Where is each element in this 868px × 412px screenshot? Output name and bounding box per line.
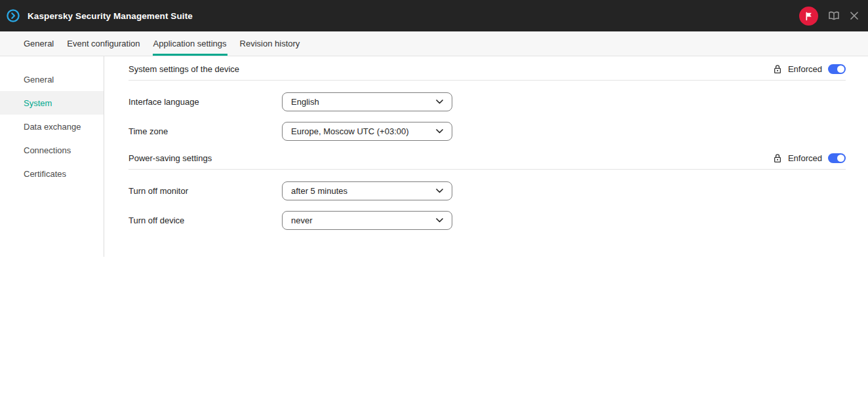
- toggle-knob: [837, 66, 844, 73]
- lock-icon: [773, 64, 782, 74]
- chevron-down-icon: [436, 129, 443, 134]
- chevron-down-icon: [436, 189, 443, 193]
- app-title: Kaspersky Security Management Suite: [28, 11, 193, 21]
- tab-general[interactable]: General: [23, 31, 54, 56]
- setting-row-interface-language: Interface language English: [128, 92, 846, 111]
- close-button[interactable]: [850, 11, 859, 20]
- chevron-down-icon: [436, 100, 443, 104]
- interface-language-dropdown[interactable]: English: [282, 92, 452, 111]
- enforced-label: Enforced: [788, 153, 822, 163]
- dropdown-value: Europe, Moscow UTC (+03:00): [291, 126, 409, 136]
- enforced-control: Enforced: [773, 64, 846, 74]
- sidebar-item-data-exchange[interactable]: Data exchange: [0, 115, 104, 138]
- tab-revision-history[interactable]: Revision history: [239, 31, 301, 56]
- lock-icon: [773, 153, 782, 163]
- setting-label: Interface language: [128, 97, 282, 107]
- enforced-label: Enforced: [788, 64, 822, 74]
- setting-row-turn-off-device: Turn off device never: [128, 211, 846, 230]
- settings-sidebar: General System Data exchange Connections…: [0, 56, 104, 257]
- dropdown-value: after 5 minutes: [291, 186, 347, 196]
- sidebar-item-general[interactable]: General: [0, 67, 104, 91]
- settings-content: System settings of the device Enforced I…: [104, 56, 868, 412]
- setting-label: Time zone: [128, 126, 282, 136]
- setting-row-turn-off-monitor: Turn off monitor after 5 minutes: [128, 181, 846, 200]
- setting-row-time-zone: Time zone Europe, Moscow UTC (+03:00): [128, 122, 846, 141]
- sidebar-item-connections[interactable]: Connections: [0, 138, 104, 162]
- dropdown-value: never: [291, 215, 313, 225]
- enforced-toggle-system[interactable]: [828, 64, 846, 74]
- titlebar: Kaspersky Security Management Suite: [0, 0, 868, 31]
- section-header-system-settings: System settings of the device Enforced: [128, 64, 846, 81]
- turn-off-device-dropdown[interactable]: never: [282, 211, 452, 230]
- turn-off-monitor-dropdown[interactable]: after 5 minutes: [282, 181, 452, 200]
- setting-label: Turn off monitor: [128, 186, 282, 196]
- toggle-knob: [837, 155, 844, 162]
- sidebar-item-system[interactable]: System: [0, 91, 104, 115]
- enforced-control: Enforced: [773, 153, 846, 163]
- section-title: Power-saving settings: [128, 153, 212, 163]
- tab-event-configuration[interactable]: Event configuration: [66, 31, 140, 56]
- chevron-down-icon: [436, 218, 443, 223]
- setting-label: Turn off device: [128, 215, 282, 225]
- tabbar: General Event configuration Application …: [0, 31, 868, 56]
- help-book-button[interactable]: [828, 10, 840, 21]
- page-body: General System Data exchange Connections…: [0, 56, 868, 412]
- time-zone-dropdown[interactable]: Europe, Moscow UTC (+03:00): [282, 122, 452, 141]
- close-icon: [850, 11, 859, 20]
- flag-icon: [804, 11, 814, 21]
- sidebar-item-certificates[interactable]: Certificates: [0, 162, 104, 185]
- tab-application-settings[interactable]: Application settings: [153, 31, 227, 56]
- section-title: System settings of the device: [128, 64, 239, 74]
- book-icon: [828, 10, 840, 21]
- kaspersky-logo-icon: [6, 9, 20, 23]
- enforced-toggle-power-saving[interactable]: [828, 153, 846, 163]
- section-header-power-saving: Power-saving settings Enforced: [128, 153, 846, 170]
- dropdown-value: English: [291, 97, 319, 107]
- flag-button[interactable]: [799, 7, 818, 26]
